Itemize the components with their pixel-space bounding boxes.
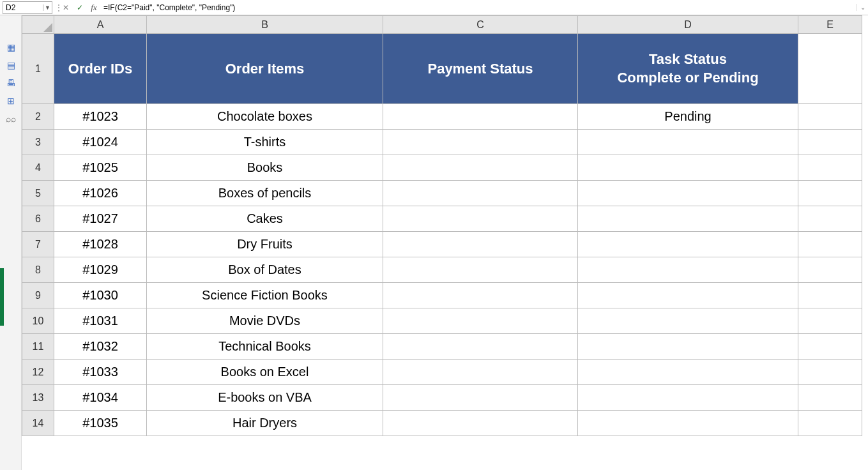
col-header-D[interactable]: D	[578, 16, 798, 34]
table-icon[interactable]: ▦	[0, 38, 22, 56]
cell-order-item[interactable]: Chocolate boxes	[147, 104, 383, 130]
cell-order-id[interactable]: #1029	[54, 257, 147, 283]
cell-E11[interactable]	[798, 334, 862, 360]
fx-icon[interactable]: fx	[87, 3, 101, 13]
cell-payment-status[interactable]	[383, 360, 578, 385]
name-box-input[interactable]	[3, 3, 43, 12]
cell-E4[interactable]	[798, 155, 862, 181]
cell-E6[interactable]	[798, 206, 862, 232]
cell-task-status[interactable]	[578, 308, 798, 334]
cell-order-id[interactable]: #1034	[54, 385, 147, 411]
cell-order-id[interactable]: #1030	[54, 283, 147, 308]
header-payment-status[interactable]: Payment Status	[383, 34, 578, 104]
cell-task-status[interactable]	[578, 334, 798, 360]
cell-order-id[interactable]: #1026	[54, 181, 147, 206]
cell-order-id[interactable]: #1033	[54, 360, 147, 385]
cell-order-id[interactable]: #1031	[54, 308, 147, 334]
cell-order-item[interactable]: Cakes	[147, 206, 383, 232]
formula-input[interactable]	[101, 3, 857, 12]
cell-task-status[interactable]	[578, 206, 798, 232]
col-header-A[interactable]: A	[54, 16, 147, 34]
cell-order-item[interactable]: Hair Dryers	[147, 411, 383, 436]
cell-order-id[interactable]: #1032	[54, 334, 147, 360]
cell-E7[interactable]	[798, 232, 862, 257]
cell-order-item[interactable]: T-shirts	[147, 130, 383, 155]
cell-order-item[interactable]: E-books on VBA	[147, 385, 383, 411]
row-header-2[interactable]: 2	[22, 104, 54, 130]
cell-payment-status[interactable]	[383, 155, 578, 181]
cell-payment-status[interactable]	[383, 130, 578, 155]
cell-order-id[interactable]: #1035	[54, 411, 147, 436]
cell-E3[interactable]	[798, 130, 862, 155]
cell-order-id[interactable]: #1027	[54, 206, 147, 232]
cell-order-item[interactable]: Science Fiction Books	[147, 283, 383, 308]
row-header-5[interactable]: 5	[22, 181, 54, 206]
col-header-B[interactable]: B	[147, 16, 383, 34]
col-header-C[interactable]: C	[383, 16, 578, 34]
row-header-13[interactable]: 13	[22, 385, 54, 411]
cell-E1[interactable]	[798, 34, 862, 104]
header-task-status[interactable]: Task Status Complete or Pending	[578, 34, 798, 104]
cell-payment-status[interactable]	[383, 411, 578, 436]
cell-order-item[interactable]: Box of Dates	[147, 257, 383, 283]
cell-E10[interactable]	[798, 308, 862, 334]
cell-task-status[interactable]	[578, 257, 798, 283]
grid-icon[interactable]: ⊞	[0, 92, 22, 110]
spreadsheet-grid[interactable]: A B C D E 1 Order IDs Order Items Paymen…	[22, 15, 868, 470]
row-header-12[interactable]: 12	[22, 360, 54, 385]
cell-order-item[interactable]: Dry Fruits	[147, 232, 383, 257]
name-box[interactable]: ▼	[3, 1, 52, 14]
cell-E8[interactable]	[798, 257, 862, 283]
cell-task-status[interactable]	[578, 283, 798, 308]
cell-order-item[interactable]: Books on Excel	[147, 360, 383, 385]
cell-payment-status[interactable]	[383, 308, 578, 334]
cell-E12[interactable]	[798, 360, 862, 385]
cell-payment-status[interactable]	[383, 181, 578, 206]
cell-task-status[interactable]	[578, 385, 798, 411]
cell-payment-status[interactable]	[383, 283, 578, 308]
row-header-1[interactable]: 1	[22, 34, 54, 104]
cell-E2[interactable]	[798, 104, 862, 130]
row-header-3[interactable]: 3	[22, 130, 54, 155]
row-header-6[interactable]: 6	[22, 206, 54, 232]
cell-E13[interactable]	[798, 385, 862, 411]
row-header-9[interactable]: 9	[22, 283, 54, 308]
name-box-dropdown-icon[interactable]: ▼	[43, 4, 52, 11]
cell-task-status[interactable]	[578, 360, 798, 385]
row-header-7[interactable]: 7	[22, 232, 54, 257]
row-icon[interactable]: ▤	[0, 56, 22, 74]
cell-order-item[interactable]: Movie DVDs	[147, 308, 383, 334]
cell-task-status[interactable]	[578, 155, 798, 181]
cell-order-item[interactable]: Boxes of pencils	[147, 181, 383, 206]
accept-formula-icon[interactable]: ✓	[73, 3, 87, 12]
select-all-corner[interactable]	[22, 16, 54, 34]
cell-order-id[interactable]: #1025	[54, 155, 147, 181]
cell-task-status[interactable]	[578, 232, 798, 257]
cell-E14[interactable]	[798, 411, 862, 436]
expand-formula-bar-icon[interactable]: ⌄	[857, 4, 868, 11]
cell-payment-status[interactable]	[383, 206, 578, 232]
cell-payment-status[interactable]	[383, 257, 578, 283]
print-icon[interactable]: 🖶	[0, 74, 22, 92]
cell-order-item[interactable]: Books	[147, 155, 383, 181]
header-order-ids[interactable]: Order IDs	[54, 34, 147, 104]
binoculars-icon[interactable]: ⌕⌕	[0, 110, 22, 128]
cell-order-id[interactable]: #1028	[54, 232, 147, 257]
cell-E5[interactable]	[798, 181, 862, 206]
cell-payment-status[interactable]	[383, 385, 578, 411]
row-header-10[interactable]: 10	[22, 308, 54, 334]
row-header-11[interactable]: 11	[22, 334, 54, 360]
cell-E9[interactable]	[798, 283, 862, 308]
row-header-14[interactable]: 14	[22, 411, 54, 436]
cell-payment-status[interactable]	[383, 104, 578, 130]
cancel-formula-icon[interactable]: ✕	[59, 3, 73, 12]
col-header-E[interactable]: E	[798, 16, 862, 34]
cell-order-item[interactable]: Technical Books	[147, 334, 383, 360]
cell-order-id[interactable]: #1024	[54, 130, 147, 155]
row-header-4[interactable]: 4	[22, 155, 54, 181]
header-order-items[interactable]: Order Items	[147, 34, 383, 104]
row-header-8[interactable]: 8	[22, 257, 54, 283]
cell-task-status[interactable]	[578, 130, 798, 155]
cell-task-status[interactable]	[578, 181, 798, 206]
cell-task-status[interactable]: Pending	[578, 104, 798, 130]
